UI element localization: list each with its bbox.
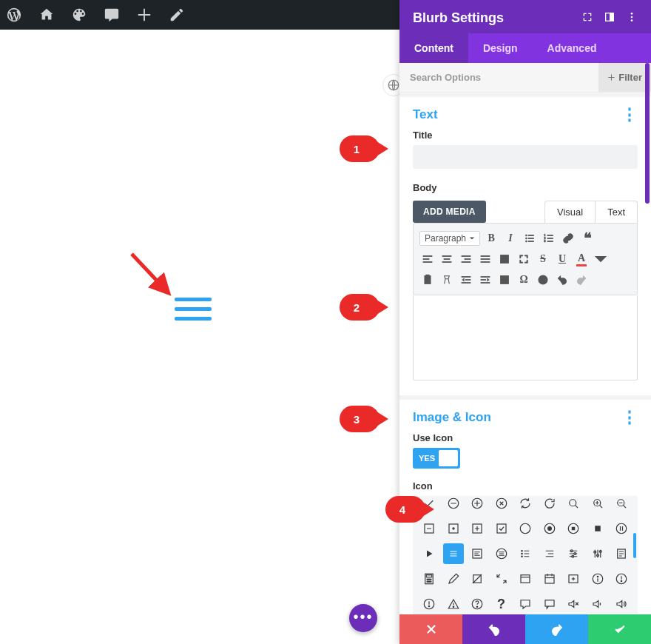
icon-window[interactable]	[515, 568, 536, 589]
wordpress-icon[interactable]	[6, 7, 22, 23]
icon-date[interactable]	[539, 568, 560, 589]
filter-button[interactable]: Filter	[598, 63, 651, 92]
icon-list[interactable]	[515, 543, 536, 564]
icon-zoomin[interactable]	[587, 496, 608, 514]
textcolor-dropdown-icon[interactable]	[593, 251, 609, 267]
format-select[interactable]: Paragraph	[419, 231, 480, 246]
redo-button[interactable]	[525, 614, 588, 644]
fullscreen-icon[interactable]	[516, 251, 532, 267]
icon-calc[interactable]	[419, 568, 439, 589]
strike-icon[interactable]: S	[535, 251, 551, 267]
icon-info[interactable]	[587, 568, 608, 589]
undo-button[interactable]	[462, 614, 525, 644]
more-icon[interactable]	[626, 11, 638, 26]
icon-picker-scrollbar[interactable]	[633, 533, 636, 558]
editor-tab-text[interactable]: Text	[596, 201, 638, 223]
icon-chat[interactable]	[515, 594, 536, 614]
icon-article[interactable]	[611, 543, 632, 564]
justify-icon[interactable]	[477, 251, 493, 267]
link-icon[interactable]	[560, 230, 576, 246]
icon-stop[interactable]	[587, 518, 608, 539]
icon-square-check[interactable]	[491, 518, 512, 539]
icon-square-dot[interactable]	[443, 518, 464, 539]
comments-icon[interactable]	[104, 7, 120, 23]
icon-reload[interactable]	[539, 496, 560, 514]
ul-icon[interactable]	[522, 230, 538, 246]
icon-help[interactable]	[467, 594, 488, 614]
expand-icon[interactable]	[581, 11, 593, 26]
icon-align-right-alt[interactable]	[539, 543, 560, 564]
builder-fab[interactable]: •••	[349, 604, 377, 632]
section-text-options[interactable]: ⋮	[621, 112, 638, 118]
save-button[interactable]	[588, 614, 651, 644]
snap-icon[interactable]	[604, 11, 615, 26]
icon-chat-square[interactable]	[539, 594, 560, 614]
icon-sliders[interactable]	[563, 543, 584, 564]
add-new-icon[interactable]	[136, 7, 152, 23]
icon-volume-low[interactable]	[587, 594, 608, 614]
customize-icon[interactable]	[71, 7, 87, 23]
indent-right-icon[interactable]	[477, 272, 493, 288]
icon-record[interactable]	[539, 518, 560, 539]
icon-zoomout[interactable]	[611, 496, 632, 514]
icon-justify-selected[interactable]	[443, 543, 464, 564]
icon-volume-high[interactable]	[611, 594, 632, 614]
edit-icon[interactable]	[169, 7, 185, 23]
table-icon[interactable]	[496, 251, 513, 267]
scrollbar[interactable]	[645, 63, 650, 204]
italic-icon[interactable]: I	[502, 230, 519, 246]
icon-question[interactable]: ?	[491, 594, 512, 614]
indent-left-icon[interactable]	[458, 272, 474, 288]
icon-equalizer[interactable]	[587, 543, 608, 564]
icon-alert[interactable]	[611, 568, 632, 589]
icon-search[interactable]	[563, 496, 584, 514]
icon-alert-circle[interactable]	[419, 594, 439, 614]
tab-advanced[interactable]: Advanced	[533, 33, 612, 63]
textcolor-icon[interactable]: A	[573, 251, 590, 267]
undo-icon[interactable]	[554, 272, 570, 288]
tab-design[interactable]: Design	[468, 33, 533, 63]
icon-add-window[interactable]	[563, 568, 584, 589]
body-editor[interactable]	[413, 295, 638, 380]
dashboard-icon[interactable]	[38, 7, 55, 23]
title-input[interactable]	[413, 145, 638, 169]
bold-icon[interactable]: B	[483, 230, 499, 246]
icon-collapse[interactable]	[491, 568, 512, 589]
editor-tab-visual[interactable]: Visual	[544, 201, 596, 223]
svg-point-121	[428, 581, 430, 583]
emoji-icon[interactable]	[535, 272, 551, 288]
icon-x-circle[interactable]	[491, 496, 512, 514]
add-media-button[interactable]: ADD MEDIA	[413, 201, 486, 223]
align-center-icon[interactable]	[439, 251, 455, 267]
icon-mute[interactable]	[563, 594, 584, 614]
icon-align-left-alt[interactable]	[467, 543, 488, 564]
use-icon-toggle[interactable]: YES	[413, 448, 460, 469]
icon-circle[interactable]	[515, 518, 536, 539]
cancel-button[interactable]	[399, 614, 462, 644]
icon-square-plus[interactable]	[467, 518, 488, 539]
underline-icon[interactable]: U	[554, 251, 570, 267]
section-image-icon-options[interactable]: ⋮	[621, 415, 638, 421]
icon-stop-circle[interactable]	[563, 518, 584, 539]
readmore-icon[interactable]	[496, 272, 513, 288]
paste-icon[interactable]	[419, 272, 436, 288]
icon-no-crop[interactable]	[467, 568, 488, 589]
align-left-icon[interactable]	[419, 251, 436, 267]
icon-minus-circle[interactable]	[443, 496, 464, 514]
specialchar-icon[interactable]: Ω	[516, 272, 532, 288]
tab-content[interactable]: Content	[399, 33, 468, 63]
clear-icon[interactable]	[439, 272, 455, 288]
icon-plus-circle[interactable]	[467, 496, 488, 514]
icon-square-minus[interactable]	[419, 518, 439, 539]
icon-play[interactable]	[419, 543, 439, 564]
icon-edit[interactable]	[443, 568, 464, 589]
search-input[interactable]	[399, 63, 598, 92]
icon-align-center-alt[interactable]	[491, 543, 512, 564]
quote-icon[interactable]: ❝	[579, 230, 596, 246]
icon-warning[interactable]	[443, 594, 464, 614]
ol-icon[interactable]: 123	[541, 230, 557, 246]
icon-refresh[interactable]	[515, 496, 536, 514]
align-right-icon[interactable]	[458, 251, 474, 267]
redo-icon[interactable]	[573, 272, 590, 288]
icon-pause[interactable]	[611, 518, 632, 539]
